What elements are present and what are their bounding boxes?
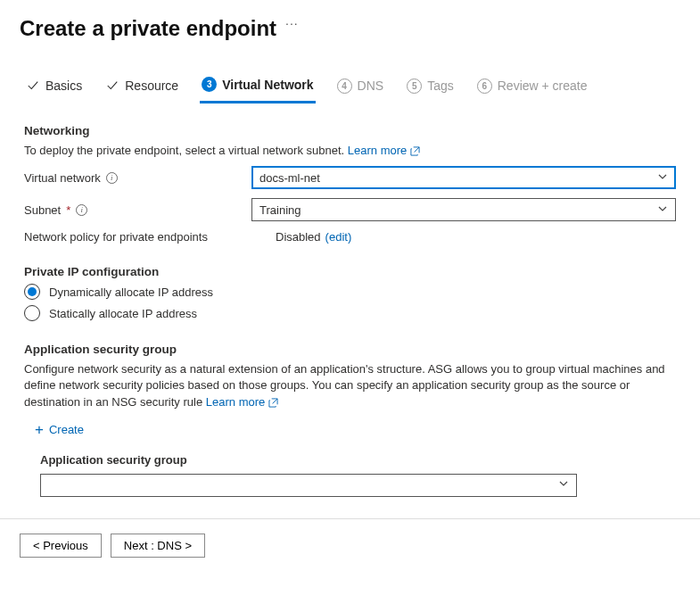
tab-resource[interactable]: Resource	[103, 71, 180, 103]
policy-edit-link[interactable]: (edit)	[325, 230, 352, 244]
tab-dns-label: DNS	[358, 79, 384, 93]
vnet-value: docs-ml-net	[259, 171, 320, 185]
chevron-down-icon	[657, 203, 668, 217]
subnet-value: Training	[259, 203, 301, 217]
page-title: Create a private endpoint	[20, 16, 276, 41]
radio-static-label: Statically allocate IP address	[49, 307, 197, 320]
tab-basics[interactable]: Basics	[24, 71, 84, 103]
radio-dynamic-label: Dynamically allocate IP address	[49, 285, 213, 299]
asg-desc-text: Configure network security as a natural …	[24, 362, 665, 408]
step-number: 5	[407, 79, 422, 94]
step-number: 3	[202, 77, 217, 92]
policy-label: Network policy for private endpoints	[24, 230, 251, 244]
create-asg-button[interactable]: + Create	[33, 418, 680, 443]
next-button[interactable]: Next : DNS >	[111, 534, 205, 558]
previous-button[interactable]: < Previous	[20, 534, 102, 558]
wizard-tabs: Basics Resource 3 Virtual Network 4 DNS …	[20, 71, 680, 104]
networking-desc-text: To deploy the private endpoint, select a…	[24, 144, 344, 157]
learn-more-link[interactable]: Learn more	[206, 395, 278, 409]
step-number: 6	[477, 79, 492, 94]
learn-more-link[interactable]: Learn more	[348, 144, 420, 157]
radio-static[interactable]: Statically allocate IP address	[24, 305, 680, 321]
radio-icon	[24, 305, 40, 321]
subnet-label: Subnet* i	[24, 203, 251, 217]
networking-description: To deploy the private endpoint, select a…	[24, 143, 680, 159]
tab-virtual-network[interactable]: 3 Virtual Network	[200, 71, 315, 103]
tab-tags[interactable]: 5 Tags	[405, 71, 456, 103]
asg-dropdown[interactable]	[40, 474, 577, 497]
tab-resource-label: Resource	[125, 79, 178, 93]
info-icon[interactable]: i	[76, 204, 87, 216]
required-indicator: *	[66, 203, 70, 217]
vnet-dropdown[interactable]: docs-ml-net	[251, 166, 676, 189]
section-asg-title: Application security group	[24, 343, 680, 356]
section-networking-title: Networking	[24, 124, 680, 137]
radio-dynamic[interactable]: Dynamically allocate IP address	[24, 284, 680, 300]
policy-value: Disabled	[276, 230, 321, 244]
asg-description: Configure network security as a natural …	[24, 361, 680, 410]
tab-vnet-label: Virtual Network	[222, 78, 313, 92]
chevron-down-icon	[657, 171, 668, 185]
section-ipconfig-title: Private IP configuration	[24, 265, 680, 278]
tab-review-create[interactable]: 6 Review + create	[475, 71, 589, 103]
asg-column-header: Application security group	[40, 453, 680, 467]
check-icon	[105, 79, 119, 93]
subnet-dropdown[interactable]: Training	[251, 198, 676, 221]
radio-icon	[24, 284, 40, 300]
external-link-icon	[268, 395, 278, 409]
tab-tags-label: Tags	[427, 79, 454, 93]
tab-basics-label: Basics	[45, 79, 82, 93]
vnet-label: Virtual network i	[24, 171, 251, 185]
info-icon[interactable]: i	[106, 172, 118, 184]
more-menu-icon[interactable]: ···	[285, 16, 299, 30]
check-icon	[26, 79, 40, 93]
tab-review-label: Review + create	[498, 79, 588, 93]
tab-dns[interactable]: 4 DNS	[335, 71, 386, 103]
external-link-icon	[410, 144, 420, 157]
plus-icon: +	[35, 421, 44, 439]
step-number: 4	[337, 79, 352, 94]
create-label: Create	[49, 423, 84, 436]
chevron-down-icon	[558, 478, 569, 492]
